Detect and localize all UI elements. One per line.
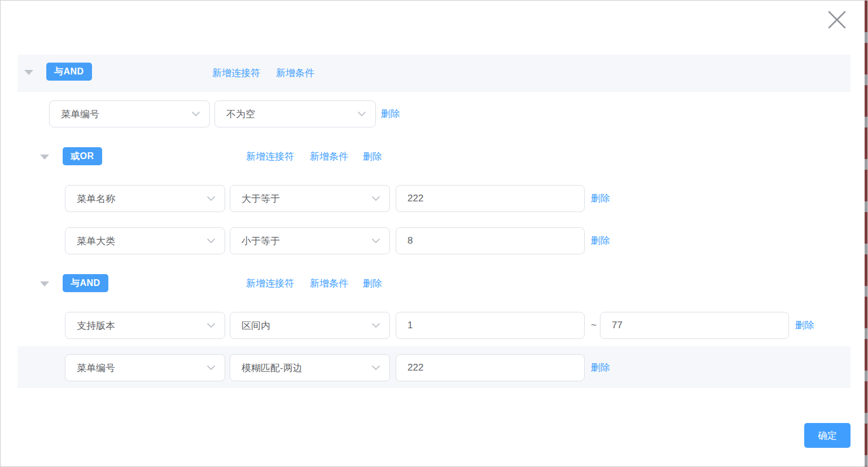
value-input[interactable] xyxy=(396,185,585,212)
field-select-value: 菜单编号 xyxy=(61,108,99,121)
connector-badge-root[interactable]: 与AND xyxy=(46,63,92,81)
collapse-caret-icon[interactable] xyxy=(24,70,33,75)
page-edge-stripe xyxy=(865,1,868,467)
group-header-root xyxy=(17,55,851,92)
add-condition-link-root[interactable]: 新增条件 xyxy=(276,66,314,81)
connector-badge-or[interactable]: 或OR xyxy=(63,147,102,165)
collapse-caret-icon[interactable] xyxy=(40,281,49,287)
chevron-down-icon xyxy=(371,196,380,201)
close-button[interactable] xyxy=(826,8,848,31)
field-select-value: 菜单大类 xyxy=(77,235,115,248)
condition-builder-dialog: 与AND 新增连接符 新增条件 菜单编号 不为空 删除 或OR 新增连接符 新增… xyxy=(0,0,868,467)
chevron-down-icon xyxy=(371,323,380,328)
range-end-input[interactable] xyxy=(600,312,789,339)
chevron-down-icon xyxy=(371,365,380,371)
chevron-down-icon xyxy=(371,238,380,244)
delete-condition-link[interactable]: 删除 xyxy=(591,233,610,248)
confirm-button[interactable]: 确定 xyxy=(804,423,851,448)
add-connector-link-or[interactable]: 新增连接符 xyxy=(246,149,294,164)
field-select-value: 支持版本 xyxy=(77,319,115,332)
field-select-value: 菜单名称 xyxy=(77,192,115,205)
operator-select-value: 小于等于 xyxy=(242,235,280,248)
operator-select-value: 区间内 xyxy=(242,319,270,332)
value-input[interactable] xyxy=(396,227,585,254)
value-input[interactable] xyxy=(396,354,585,381)
operator-select[interactable]: 小于等于 xyxy=(230,227,390,254)
field-select[interactable]: 菜单大类 xyxy=(65,227,225,254)
chevron-down-icon xyxy=(191,111,200,117)
chevron-down-icon xyxy=(207,323,216,328)
operator-select-value: 大于等于 xyxy=(242,192,280,205)
range-separator: ~ xyxy=(588,318,600,333)
field-select[interactable]: 菜单编号 xyxy=(49,100,210,127)
field-select-value: 菜单编号 xyxy=(77,362,115,375)
chevron-down-icon xyxy=(357,111,366,117)
add-connector-link-root[interactable]: 新增连接符 xyxy=(212,66,260,81)
delete-group-link-or[interactable]: 删除 xyxy=(363,149,382,164)
delete-condition-link[interactable]: 删除 xyxy=(591,360,610,375)
delete-group-link-and[interactable]: 删除 xyxy=(363,276,382,291)
chevron-down-icon xyxy=(207,238,216,244)
operator-select-value: 模糊匹配-两边 xyxy=(242,362,303,375)
close-icon xyxy=(827,10,847,30)
field-select[interactable]: 菜单编号 xyxy=(65,354,225,381)
delete-condition-link[interactable]: 删除 xyxy=(381,107,400,121)
add-connector-link-and[interactable]: 新增连接符 xyxy=(246,276,294,291)
field-select[interactable]: 支持版本 xyxy=(65,312,225,339)
operator-select-value: 不为空 xyxy=(226,108,255,121)
operator-select[interactable]: 不为空 xyxy=(214,100,376,127)
add-condition-link-or[interactable]: 新增条件 xyxy=(310,149,348,164)
add-condition-link-and[interactable]: 新增条件 xyxy=(310,276,348,291)
chevron-down-icon xyxy=(207,365,216,371)
operator-select[interactable]: 区间内 xyxy=(230,312,390,339)
collapse-caret-icon[interactable] xyxy=(40,155,49,160)
connector-badge-and[interactable]: 与AND xyxy=(63,274,108,292)
delete-condition-link[interactable]: 删除 xyxy=(591,191,610,206)
operator-select[interactable]: 大于等于 xyxy=(230,185,390,212)
field-select[interactable]: 菜单名称 xyxy=(65,185,225,212)
operator-select[interactable]: 模糊匹配-两边 xyxy=(230,354,390,381)
delete-condition-link[interactable]: 删除 xyxy=(795,318,814,333)
chevron-down-icon xyxy=(207,196,216,201)
range-start-input[interactable] xyxy=(396,312,585,339)
